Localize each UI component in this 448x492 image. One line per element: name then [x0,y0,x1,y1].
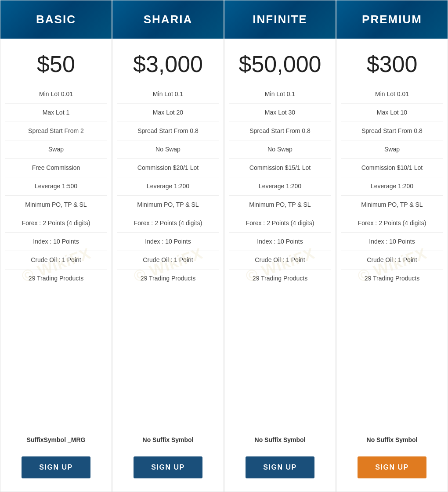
feature-row: Leverage 1:200 [229,177,331,196]
feature-row: Free Commission [5,159,107,177]
suffix-premium: No Suffix Symbol [341,430,443,449]
price-premium: $300 [367,51,418,77]
feature-row: Minimum PO, TP & SL [341,196,443,214]
feature-row: Spread Start From 0.8 [229,122,331,140]
feature-row: 29 Trading Products [117,269,219,287]
feature-row: Forex : 2 Points (4 digits) [341,214,443,233]
feature-row: Swap [341,140,443,159]
feature-row: Min Lot 0.1 [117,85,219,104]
feature-row: Spread Start From 0.8 [341,122,443,140]
header-infinite: INFINITE [224,0,336,39]
signup-button-premium[interactable]: SIGN UP [358,456,426,478]
feature-row: Spread Start From 2 [5,122,107,140]
col-infinite: INFINITE© WikiFX$50,000Min Lot 0.1Max Lo… [224,0,336,492]
feature-row: Max Lot 30 [229,104,331,122]
col-premium: PREMIUM© WikiFX$300Min Lot 0.01Max Lot 1… [336,0,448,492]
signup-button-basic[interactable]: SIGN UP [22,456,90,478]
feature-row: Leverage 1:500 [5,177,107,196]
feature-row: Forex : 2 Points (4 digits) [117,214,219,233]
suffix-sharia: No Suffix Symbol [117,430,219,449]
header-premium: PREMIUM [336,0,448,39]
price-basic: $50 [37,51,75,77]
feature-row: Leverage 1:200 [117,177,219,196]
body-premium: © WikiFX$300Min Lot 0.01Max Lot 10Spread… [336,39,448,492]
bottom-premium: No Suffix SymbolSIGN UP [341,427,443,483]
feature-row: Minimum PO, TP & SL [5,196,107,214]
feature-row: Max Lot 1 [5,104,107,122]
feature-row: Minimum PO, TP & SL [229,196,331,214]
price-infinite: $50,000 [239,51,322,77]
feature-row: Min Lot 0.01 [341,85,443,104]
body-basic: © WikiFX$50Min Lot 0.01Max Lot 1Spread S… [0,39,112,492]
suffix-infinite: No Suffix Symbol [229,430,331,449]
feature-row: Max Lot 20 [117,104,219,122]
features-sharia: Min Lot 0.1Max Lot 20Spread Start From 0… [117,85,219,427]
bottom-basic: SuffixSymbol _MRGSIGN UP [5,427,107,483]
features-premium: Min Lot 0.01Max Lot 10Spread Start From … [341,85,443,427]
features-basic: Min Lot 0.01Max Lot 1Spread Start From 2… [5,85,107,427]
feature-row: Index : 10 Points [5,233,107,251]
feature-row: Forex : 2 Points (4 digits) [5,214,107,233]
feature-row: Index : 10 Points [117,233,219,251]
feature-row: Crude Oil : 1 Point [229,251,331,269]
col-basic: BASIC© WikiFX$50Min Lot 0.01Max Lot 1Spr… [0,0,112,492]
feature-row: 29 Trading Products [341,269,443,287]
feature-row: Leverage 1:200 [341,177,443,196]
feature-row: Crude Oil : 1 Point [341,251,443,269]
feature-row: Forex : 2 Points (4 digits) [229,214,331,233]
feature-row: Minimum PO, TP & SL [117,196,219,214]
header-sharia: SHARIA [112,0,224,39]
col-sharia: SHARIA© WikiFX$3,000Min Lot 0.1Max Lot 2… [112,0,224,492]
feature-row: Min Lot 0.1 [229,85,331,104]
feature-row: Index : 10 Points [341,233,443,251]
suffix-basic: SuffixSymbol _MRG [5,430,107,449]
feature-row: Max Lot 10 [341,104,443,122]
bottom-sharia: No Suffix SymbolSIGN UP [117,427,219,483]
pricing-table: BASIC© WikiFX$50Min Lot 0.01Max Lot 1Spr… [0,0,448,492]
feature-row: 29 Trading Products [5,269,107,287]
feature-row: Crude Oil : 1 Point [117,251,219,269]
feature-row: Index : 10 Points [229,233,331,251]
feature-row: Spread Start From 0.8 [117,122,219,140]
signup-button-sharia[interactable]: SIGN UP [134,456,202,478]
feature-row: 29 Trading Products [229,269,331,287]
feature-row: Commission $10/1 Lot [341,159,443,177]
bottom-infinite: No Suffix SymbolSIGN UP [229,427,331,483]
feature-row: Commission $15/1 Lot [229,159,331,177]
feature-row: No Swap [229,140,331,159]
feature-row: No Swap [117,140,219,159]
signup-button-infinite[interactable]: SIGN UP [246,456,314,478]
feature-row: Min Lot 0.01 [5,85,107,104]
feature-row: Swap [5,140,107,159]
features-infinite: Min Lot 0.1Max Lot 30Spread Start From 0… [229,85,331,427]
feature-row: Crude Oil : 1 Point [5,251,107,269]
feature-row: Commission $20/1 Lot [117,159,219,177]
price-sharia: $3,000 [133,51,203,77]
body-infinite: © WikiFX$50,000Min Lot 0.1Max Lot 30Spre… [224,39,336,492]
body-sharia: © WikiFX$3,000Min Lot 0.1Max Lot 20Sprea… [112,39,224,492]
header-basic: BASIC [0,0,112,39]
